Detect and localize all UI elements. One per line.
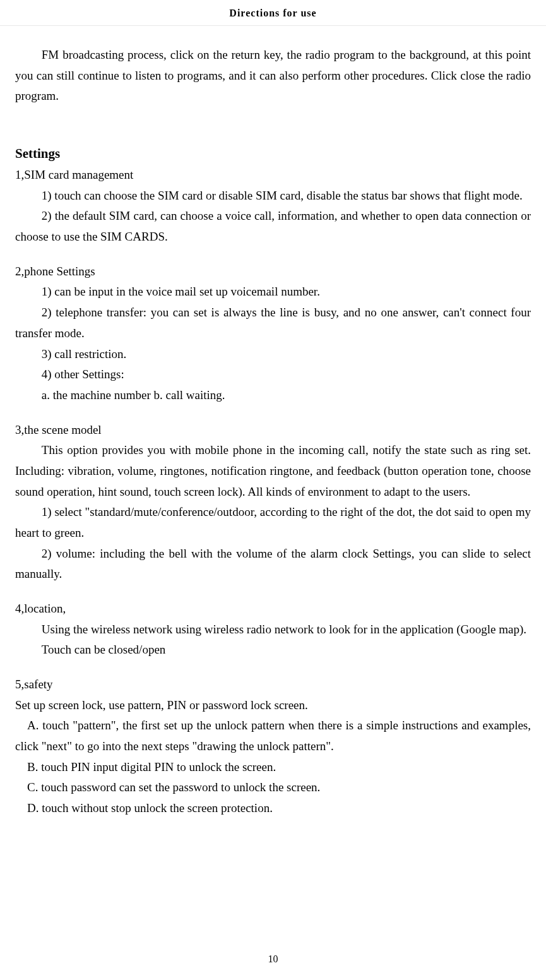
header-title: Directions for use xyxy=(229,8,316,18)
location-title: 4,location, xyxy=(15,599,531,619)
scene-item-2: 2) volume: including the bell with the v… xyxy=(15,544,531,585)
spacer xyxy=(15,406,531,420)
phone-item-1: 1) can be input in the voice mail set up… xyxy=(15,282,531,302)
safety-p1: Set up screen lock, use pattern, PIN or … xyxy=(15,695,531,716)
safety-c: C. touch password can set the password t… xyxy=(15,777,531,798)
scene-paragraph: This option provides you with mobile pho… xyxy=(15,440,531,502)
safety-b: B. touch PIN input digital PIN to unlock… xyxy=(15,757,531,778)
spacer xyxy=(15,660,531,674)
sim-item-2: 2) the default SIM card, can choose a vo… xyxy=(15,206,531,247)
safety-a: A. touch "pattern", the first set up the… xyxy=(15,715,531,756)
safety-d: D. touch without stop unlock the screen … xyxy=(15,798,531,819)
phone-item-4: 4) other Settings: xyxy=(15,364,531,385)
intro-paragraph: FM broadcasting process, click on the re… xyxy=(15,45,531,107)
scene-title: 3,the scene model xyxy=(15,420,531,441)
phone-item-5: a. the machine number b. call waiting. xyxy=(15,385,531,406)
location-p2: Touch can be closed/open xyxy=(15,640,531,660)
location-p1: Using the wireless network using wireles… xyxy=(15,619,531,640)
spacer xyxy=(15,248,531,261)
sim-title: 1,SIM card management xyxy=(15,165,531,186)
spacer xyxy=(15,585,531,599)
phone-item-3: 3) call restriction. xyxy=(15,344,531,365)
spacer xyxy=(15,107,531,124)
sim-item-1: 1) touch can choose the SIM card or disa… xyxy=(15,186,531,206)
safety-title: 5,safety xyxy=(15,674,531,695)
page-number: 10 xyxy=(0,953,546,965)
phone-item-2: 2) telephone transfer: you can set is al… xyxy=(15,302,531,344)
settings-heading: Settings xyxy=(15,142,531,165)
phone-title: 2,phone Settings xyxy=(15,261,531,282)
page-header: Directions for use xyxy=(0,0,546,26)
document-body: FM broadcasting process, click on the re… xyxy=(0,26,546,819)
scene-item-1: 1) select "standard/mute/conference/outd… xyxy=(15,502,531,543)
